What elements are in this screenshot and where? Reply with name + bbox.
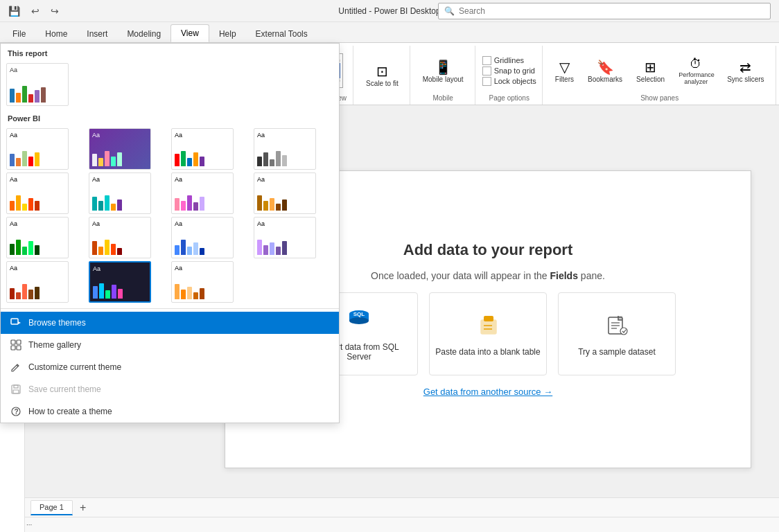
fields-word: Fields <box>550 270 577 281</box>
svg-rect-15 <box>11 340 15 344</box>
svg-rect-20 <box>14 385 18 388</box>
browse-themes-label: Browse themes <box>28 318 86 328</box>
bottom-bar: ⊟ ··· <box>0 517 779 532</box>
data-source-cards: SQL Import data from SQL Server <box>300 292 676 375</box>
this-report-themes: Aa <box>1 60 339 109</box>
mobile-group: 📱 Mobile layout Mobile <box>412 46 475 105</box>
theme-gallery-label: Theme gallery <box>28 340 81 350</box>
theme-gallery-item[interactable]: Theme gallery <box>1 334 339 356</box>
page-options-content: Gridlines Snap to grid Lock objects <box>482 48 536 93</box>
pbi-theme-8[interactable]: Aa <box>254 172 316 214</box>
lock-check <box>482 77 491 86</box>
pbi-theme-7[interactable]: Aa <box>171 172 234 214</box>
pbi-theme-11[interactable]: Aa <box>171 217 234 258</box>
title-bar-left: 💾 ↩ ↪ <box>6 4 62 18</box>
pbi-theme-15[interactable]: Aa <box>171 261 234 303</box>
search-input[interactable] <box>459 6 764 16</box>
pbi-theme-9[interactable]: Aa <box>6 217 69 258</box>
save-current-theme-icon <box>10 384 21 395</box>
add-data-subtitle: Once loaded, your data will appear in th… <box>371 270 605 281</box>
redo-icon[interactable]: ↪ <box>48 4 62 18</box>
pbi-theme-1[interactable]: Aa <box>6 128 69 170</box>
sample-card-label: Try a sample dataset <box>572 347 661 357</box>
tab-modeling[interactable]: Modeling <box>117 26 170 42</box>
mobile-label: Mobile <box>432 94 453 102</box>
tab-insert[interactable]: Insert <box>77 26 117 42</box>
how-to-create-icon: ? <box>10 406 21 417</box>
svg-rect-14 <box>11 319 18 324</box>
scale-to-fit-label: Scale to fit <box>366 80 399 87</box>
paste-icon <box>475 312 500 342</box>
pbi-theme-4[interactable]: Aa <box>254 128 316 170</box>
lock-label: Lock objects <box>494 77 536 85</box>
gridlines-check <box>482 56 491 65</box>
tab-help[interactable]: Help <box>209 26 246 42</box>
sync-slicers-btn[interactable]: ⇄ Sync slicers <box>721 56 769 86</box>
save-current-theme-item: Save current theme <box>1 378 339 400</box>
pbi-theme-2[interactable]: Aa <box>89 128 151 170</box>
tab-external-tools[interactable]: External Tools <box>246 26 317 42</box>
this-report-header: This report <box>1 44 339 60</box>
how-to-create-theme-item[interactable]: ? How to create a theme <box>1 400 339 423</box>
pbi-theme-10[interactable]: Aa <box>89 217 151 258</box>
scale-group-content: ⊡ Scale to fit <box>360 48 404 102</box>
tab-file[interactable]: File <box>3 26 35 42</box>
add-page-button[interactable]: + <box>76 502 90 514</box>
page-checkboxes: Gridlines Snap to grid Lock objects <box>482 53 536 89</box>
paste-card-label: Paste data into a blank table <box>430 347 545 357</box>
tab-home[interactable]: Home <box>35 26 77 42</box>
undo-icon[interactable]: ↩ <box>28 4 42 18</box>
scale-to-fit-btn[interactable]: ⊡ Scale to fit <box>360 60 404 90</box>
theme-dropdown-panel: This report Aa Power BI Aa <box>0 43 340 423</box>
sample-dataset-card[interactable]: Try a sample dataset <box>558 292 676 375</box>
selection-label: Selection <box>636 76 665 83</box>
lock-objects-checkbox[interactable]: Lock objects <box>482 77 536 86</box>
sync-slicers-label: Sync slicers <box>727 76 764 83</box>
show-panes-label: Show panes <box>640 94 679 102</box>
mobile-layout-btn[interactable]: 📱 Mobile layout <box>417 56 469 86</box>
snap-label: Snap to grid <box>494 66 535 75</box>
this-report-thumb[interactable]: Aa <box>6 63 69 106</box>
title-bar: 💾 ↩ ↪ Untitled - Power BI Desktop 🔍 <box>0 0 779 22</box>
pbi-theme-5[interactable]: Aa <box>6 172 69 214</box>
pbi-theme-12[interactable]: Aa <box>254 217 316 258</box>
filters-label: Filters <box>555 76 574 83</box>
page-tab-1[interactable]: Page 1 <box>30 500 73 515</box>
tab-view[interactable]: View <box>170 24 209 42</box>
svg-text:?: ? <box>15 408 19 416</box>
sample-icon <box>604 312 629 342</box>
scale-to-fit-group: ⊡ Scale to fit <box>355 46 410 105</box>
customize-theme-icon <box>10 362 21 373</box>
pbi-theme-3[interactable]: Aa <box>171 128 234 170</box>
browse-themes-item[interactable]: Browse themes <box>1 312 339 334</box>
browse-themes-icon <box>10 317 21 328</box>
window-title: Untitled - Power BI Desktop <box>338 6 440 16</box>
mobile-content: 📱 Mobile layout <box>417 48 469 93</box>
selection-btn[interactable]: ⊞ Selection <box>631 56 670 86</box>
performance-btn[interactable]: ⏱ Performance analyzer <box>673 54 719 88</box>
filters-btn[interactable]: ▽ Filters <box>550 56 579 86</box>
bookmarks-btn[interactable]: 🔖 Bookmarks <box>582 56 628 86</box>
show-panes-content: ▽ Filters 🔖 Bookmarks ⊞ Selection ⏱ Perf… <box>550 48 770 93</box>
page-tabs: Page 1 + <box>25 497 779 517</box>
pbi-theme-14[interactable]: Aa <box>89 261 151 303</box>
customize-theme-item[interactable]: Customize current theme <box>1 356 339 378</box>
snap-to-grid-checkbox[interactable]: Snap to grid <box>482 66 536 76</box>
power-bi-header: Power BI <box>1 109 339 125</box>
svg-rect-18 <box>17 346 21 350</box>
svg-rect-29 <box>484 316 493 321</box>
pbi-theme-6[interactable]: Aa <box>89 172 151 214</box>
save-icon[interactable]: 💾 <box>6 4 23 18</box>
page-options-label: Page options <box>489 94 529 102</box>
bookmarks-label: Bookmarks <box>588 76 622 83</box>
show-panes-group: ▽ Filters 🔖 Bookmarks ⊞ Selection ⏱ Perf… <box>544 46 776 105</box>
mobile-layout-label: Mobile layout <box>423 76 464 83</box>
gridlines-checkbox[interactable]: Gridlines <box>482 56 536 65</box>
search-bar[interactable]: 🔍 <box>438 3 771 19</box>
paste-data-card[interactable]: Paste data into a blank table <box>429 292 547 375</box>
get-data-link[interactable]: Get data from another source → <box>423 387 552 397</box>
theme-gallery-icon <box>10 339 21 351</box>
customize-theme-label: Customize current theme <box>28 362 121 372</box>
gridlines-label: Gridlines <box>494 56 524 64</box>
pbi-theme-13[interactable]: Aa <box>6 261 69 303</box>
